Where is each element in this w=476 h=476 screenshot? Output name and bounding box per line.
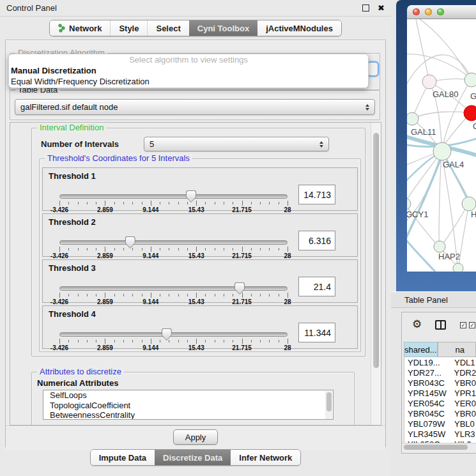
threshold-value-field[interactable]: 14.713 — [298, 185, 335, 204]
threshold-value-field[interactable]: 11.344 — [298, 323, 335, 342]
slider-4[interactable]: -3.4262.8599.14415.4321.71528 — [59, 330, 288, 347]
checkbox-icon[interactable]: ✓ — [460, 322, 466, 328]
close-traffic-light-icon[interactable] — [413, 8, 420, 15]
settings-vertical-scrollbar[interactable] — [371, 123, 381, 425]
numerical-attributes-list[interactable]: SelfLoopsTopologicalCoefficientBetweenne… — [43, 390, 334, 420]
network-node[interactable] — [434, 241, 445, 252]
number-of-intervals-combobox[interactable]: 5 — [144, 137, 329, 151]
threshold-value-field[interactable]: 21.4 — [298, 277, 335, 296]
network-window-titlebar[interactable] — [407, 5, 476, 19]
list-item[interactable]: TopologicalCoefficient — [43, 401, 333, 411]
table-cell: YDR2 — [452, 368, 476, 378]
slider-track[interactable] — [59, 286, 288, 291]
tick-label: 9.144 — [142, 344, 158, 351]
tick-mark — [251, 202, 252, 204]
checkbox-icon[interactable]: ✓ — [469, 322, 475, 328]
scrollbar-thumb[interactable] — [404, 445, 468, 450]
network-canvas[interactable]: GAL80GAGAL11CAGAL4GCY1HAHAP2 — [407, 19, 476, 272]
column-header-shared-[interactable]: shared... — [404, 342, 438, 357]
slider-track[interactable] — [59, 194, 288, 199]
tab-style[interactable]: Style — [110, 20, 147, 36]
tick-label: 21.715 — [232, 252, 252, 259]
table-cell: YBR045C — [404, 409, 452, 418]
table-panel-titlebar: Table Panel — [391, 291, 476, 308]
slider-track[interactable] — [59, 240, 288, 245]
table-row[interactable]: YBL079WYBL0 — [404, 418, 476, 429]
network-node[interactable] — [464, 105, 476, 121]
tick-label: 21.715 — [232, 206, 252, 213]
network-edge[interactable] — [439, 151, 441, 246]
close-icon[interactable]: ✖ — [378, 5, 385, 11]
list-item[interactable]: SelfLoops — [43, 390, 333, 401]
network-node[interactable] — [462, 197, 476, 211]
tick-mark — [260, 294, 261, 296]
attributes-list-scrollbar[interactable] — [325, 391, 332, 419]
list-item[interactable]: BetweennessCentrality — [43, 410, 333, 420]
tab-infer-network[interactable]: Infer Network — [231, 450, 300, 465]
node-label: GAL11 — [411, 127, 436, 137]
column-layout-icon[interactable] — [435, 320, 446, 330]
dropdown-option-equal-width[interactable]: Equal Width/Frequency Discretization — [9, 76, 368, 87]
network-node[interactable] — [433, 142, 451, 160]
network-edge-highlighted[interactable] — [407, 236, 435, 272]
slider-track[interactable] — [59, 332, 288, 337]
tab-select[interactable]: Select — [147, 20, 188, 36]
table-row[interactable]: YER054CYER0 — [404, 398, 476, 408]
tick-mark — [251, 248, 252, 250]
dropdown-option-manual-discretization[interactable]: Manual Discretization — [9, 65, 368, 76]
slider-3[interactable]: -3.4262.8599.14415.4321.71528 — [59, 284, 288, 301]
tick-mark — [288, 339, 288, 344]
table-row[interactable]: YDL19...YDL1 — [404, 357, 476, 367]
gear-icon[interactable]: ⚙ — [412, 318, 422, 331]
scrollbar-thumb[interactable] — [373, 133, 379, 368]
network-edge[interactable] — [412, 112, 471, 118]
tick-mark — [251, 294, 252, 296]
tick-mark — [233, 294, 233, 296]
top-tab-group: NetworkStyleSelectCyni ToolboxjActiveMNo… — [49, 20, 342, 36]
dropdown-prompt[interactable]: Select algorithm to view settings — [9, 54, 368, 65]
tick-mark — [269, 294, 270, 296]
network-edge[interactable] — [459, 204, 469, 266]
number-of-intervals-value: 5 — [150, 139, 319, 149]
attributes-group: Attributes to discretize Numerical Attri… — [31, 372, 355, 426]
network-node[interactable] — [453, 263, 463, 272]
scrollbar-thumb[interactable] — [326, 392, 332, 411]
apply-button[interactable]: Apply — [173, 429, 218, 445]
zoom-traffic-light-icon[interactable] — [437, 8, 444, 15]
table-row[interactable]: YBR045CYBR0 — [404, 408, 476, 418]
network-node[interactable] — [407, 198, 411, 210]
tick-label: 2.859 — [97, 252, 113, 259]
slider-2[interactable]: -3.4262.8599.14415.4321.71528 — [59, 238, 288, 255]
network-edge[interactable] — [416, 19, 429, 82]
interval-definition-group: Interval Definition Number of Intervals … — [31, 128, 365, 357]
tick-label: 21.715 — [232, 344, 252, 351]
tick-mark — [196, 247, 197, 252]
table-horizontal-scrollbar[interactable] — [402, 443, 476, 452]
table-row[interactable]: YBR043CYBR0 — [404, 378, 476, 388]
network-edge[interactable] — [407, 54, 471, 79]
network-node[interactable] — [407, 112, 418, 125]
tick-mark — [87, 248, 88, 250]
table-cell: YLR345W — [404, 429, 452, 439]
tab-impute-data[interactable]: Impute Data — [91, 450, 155, 465]
table-row[interactable]: YPR145WYPR1 — [404, 388, 476, 398]
float-window-icon[interactable] — [362, 4, 369, 12]
network-graph[interactable]: GAL80GAGAL11CAGAL4GCY1HAHAP2 — [407, 19, 476, 272]
tick-mark — [123, 248, 124, 250]
threshold-value-field[interactable]: 6.316 — [298, 231, 335, 250]
minimize-traffic-light-icon[interactable] — [425, 8, 432, 15]
node-label: GA — [470, 91, 476, 101]
slider-1[interactable]: -3.4262.8599.14415.4321.71528 — [59, 192, 288, 209]
tab-discretize-data[interactable]: Discretize Data — [155, 450, 231, 465]
network-node[interactable] — [464, 73, 476, 87]
tick-mark — [160, 248, 160, 250]
table-row[interactable]: YLR345WYLR3 — [404, 429, 476, 439]
table-row[interactable]: YDR27...YDR2 — [404, 367, 476, 378]
tab-cyni-toolbox[interactable]: Cyni Toolbox — [189, 20, 257, 36]
table-panel: ⚙ ✓ ✓ shared...na YDL19...YDL1YDR27...YD… — [401, 312, 476, 454]
table-data-combobox[interactable]: galFiltered.sif default node — [15, 99, 375, 115]
tab-network[interactable]: Network — [50, 20, 110, 36]
network-node[interactable] — [422, 75, 436, 89]
tab-jactivemnodules[interactable]: jActiveMNodules — [257, 20, 341, 36]
column-header-na[interactable]: na — [438, 342, 476, 357]
